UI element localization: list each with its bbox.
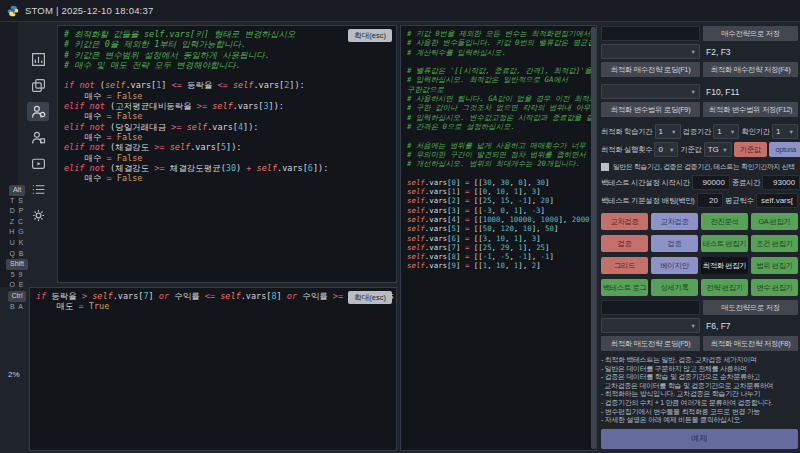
key-hint: T S xyxy=(10,196,24,207)
code-line: self.vars[3] = [[-3, 0, 1], -3] xyxy=(407,206,594,215)
buy-strategy-save-button[interactable]: 최적화 매수전략 저장(F4) xyxy=(703,62,798,77)
editor-zoom-level: 2% xyxy=(8,370,20,379)
save-as-buy-strategy-button[interactable]: 매수전략으로 저장 xyxy=(703,26,798,41)
code-line: self.vars[1] = [[0, 10, 1], 3] xyxy=(407,187,594,196)
buy-strategy-load-button[interactable]: 최적화 매수전략 로딩(F1) xyxy=(601,62,700,77)
code-line: # 입력하십시오. 최적값은 일반적으로 GA에서 xyxy=(407,75,594,84)
sidebar-keys: AltT SD PZ CH GU KQ BShift5 9O ECtrlB A xyxy=(2,185,32,312)
media-icon[interactable] xyxy=(27,154,49,173)
confirm-period-combo[interactable]: 1▼ xyxy=(772,124,798,139)
expand-button-sell[interactable]: 확대(esc) xyxy=(348,291,392,304)
action-button[interactable]: 교차검증 xyxy=(651,213,698,230)
avg-tick-input[interactable] xyxy=(756,193,798,208)
code-line: # 계산틱수를 입력하십시오. xyxy=(407,48,594,57)
backtest-time-label: 백테스트 시간설정 xyxy=(601,178,659,188)
save-as-sell-strategy-button[interactable]: 매도전략으로 저장 xyxy=(703,300,798,315)
chevron-down-icon: ▼ xyxy=(730,129,735,135)
sell-strategy-combo[interactable]: ▼ xyxy=(601,318,700,333)
run-count-combo[interactable]: 0▼ xyxy=(654,142,678,157)
learn-period-label: 최적화 학습기간 xyxy=(601,127,652,137)
code-line: elif not (체결강도 >= 체결강도평균(30) + self.vars… xyxy=(64,163,394,173)
action-button[interactable]: 그리드 xyxy=(601,257,648,274)
validate-period-label: 검증기간 xyxy=(683,127,711,137)
sell-strategy-save-button[interactable]: 최적화 매도전략 저장(F8) xyxy=(703,336,798,351)
key-hint: O E xyxy=(9,280,24,291)
vars-scrollbar[interactable] xyxy=(591,27,596,449)
range-save-button[interactable]: 최적화 변수범위 저장(F12) xyxy=(703,102,798,117)
action-button[interactable]: 검증 xyxy=(651,235,698,252)
code-line: # 간격은 0으로 설정하십시오. xyxy=(407,122,594,131)
chevron-down-icon: ▼ xyxy=(722,147,727,153)
code-line: self.vars[0] = [[30, 30, 0], 30] xyxy=(407,178,594,187)
basis-label: 기준값 xyxy=(680,145,701,155)
chart-icon[interactable] xyxy=(27,50,49,69)
buy-strategy-name-input[interactable] xyxy=(601,26,700,41)
action-button[interactable]: 조건 편집기 xyxy=(751,235,798,252)
range-combo[interactable]: ▼ xyxy=(601,84,700,99)
action-button[interactable]: 검증 xyxy=(601,235,648,252)
bet-input[interactable] xyxy=(697,193,723,208)
key-hint: U K xyxy=(10,238,25,249)
code-line: # 키값 0번을 제외한 모든 변수는 최적화편집기에서 xyxy=(407,29,594,38)
backtest-base-label: 백테스트 기본설정 xyxy=(601,196,659,206)
code-line: elif not (고저평균대비등락율 >= self.vars[3]): xyxy=(64,101,394,111)
action-button[interactable]: 전략 편집기 xyxy=(701,279,748,296)
validate-period-combo[interactable]: 1▼ xyxy=(713,124,739,139)
learn-period-combo[interactable]: 1▼ xyxy=(655,124,681,139)
example-button[interactable]: 예제 xyxy=(601,429,798,449)
code-line: 매수 = False xyxy=(64,132,394,142)
start-time-input[interactable] xyxy=(692,175,730,190)
code-line xyxy=(64,70,394,80)
action-button[interactable]: 최적화 편집기 xyxy=(701,257,748,274)
action-button[interactable]: 변수 편집기 xyxy=(751,279,798,296)
action-button[interactable]: 베이지안 xyxy=(651,257,698,274)
layers-icon[interactable] xyxy=(27,76,49,95)
code-line: 매수 = False xyxy=(64,173,394,183)
code-line: if not (self.vars[1] <= 등락율 <= self.vars… xyxy=(64,80,394,90)
help-line: - 변수편집기에서 변수들을 최적화용 코드로 변경 가능 xyxy=(601,408,798,417)
vars-editor[interactable]: # 키값 0번을 제외한 모든 변수는 최적화편집기에서# 사용한 변수들입니다… xyxy=(400,25,597,451)
code-line: # 키값은 0을 제외한 1부터 입력가능합니다. xyxy=(64,39,394,49)
code-line: self.vars[9] = [[1, 10, 1], 2] xyxy=(407,261,594,270)
end-time-input[interactable] xyxy=(762,175,800,190)
action-button[interactable]: 교차검증 xyxy=(601,213,648,230)
code-line: self.vars[2] = [[25, 15, -1], 20] xyxy=(407,196,594,205)
code-line: # 무의미한 구간이 발견되면 점차 범위를 좁히면서 속도를 xyxy=(407,150,594,159)
basis-value-button[interactable]: 기준값 xyxy=(734,142,767,157)
sell-strategy-editor[interactable]: if 등락율 > self.vars[7] or 수익률 <= self.var… xyxy=(29,287,397,451)
action-button[interactable]: 범위 편집기 xyxy=(751,257,798,274)
action-button[interactable]: 테스트 편집기 xyxy=(701,235,748,252)
sell-strategy-name-input[interactable] xyxy=(601,300,700,315)
buy-strategy-editor[interactable]: # 최적화할 값들을 self.vars[키] 형태로 변경하십시오# 키값은 … xyxy=(57,25,397,283)
optuna-button[interactable]: optuna xyxy=(769,142,800,157)
action-button[interactable]: 백테스트 로그 xyxy=(601,279,648,296)
code-line: 매도 = True xyxy=(36,301,394,311)
action-button[interactable]: 상세기록 xyxy=(651,279,698,296)
scope-checkbox[interactable] xyxy=(601,163,609,171)
action-button[interactable]: GA 편집기 xyxy=(751,213,798,230)
basis-combo[interactable]: TG▼ xyxy=(704,142,732,157)
expand-button-buy[interactable]: 확대(esc) xyxy=(348,29,392,42)
code-line: # 입력하십시오. 변수값고정은 시작값과 종료값을 같게 xyxy=(407,113,594,122)
code-line: # 키값은 변수범위 설정에서 동일하게 사용됩니다. xyxy=(64,50,394,60)
help-line: - 자세한 설명은 아래 예제 버튼을 클릭하십시오. xyxy=(601,416,798,425)
range-load-button[interactable]: 최적화 변수범위 로딩(F9) xyxy=(601,102,700,117)
code-line: 매수 = False xyxy=(64,153,394,163)
buy-strategy-combo[interactable]: ▼ xyxy=(601,44,700,59)
code-line: # 처음에는 범위를 넓게 사용하고 매매횟수가 너무 적거나 xyxy=(407,141,594,150)
sell-editor-icon[interactable] xyxy=(27,128,49,147)
bet-label: 배팅(백만) xyxy=(662,196,695,206)
help-line: - 검증기간의 수치 + 1 만큼 여러개로 분류하여 검증합니다. xyxy=(601,399,798,408)
sell-strategy-load-button[interactable]: 최적화 매도전략 로딩(F5) xyxy=(601,336,700,351)
code-line: self.vars[8] = [[-1, -5, -1], -1] xyxy=(407,252,594,261)
titlebar: STOM | 2025-12-10 18:04:37 xyxy=(0,0,800,22)
code-line: 매수 = False xyxy=(64,111,394,121)
buy-editor-icon[interactable] xyxy=(27,102,49,121)
code-line: elif not (체결강도 >= self.vars[5]): xyxy=(64,142,394,152)
range-hotkeys-label: F10, F11 xyxy=(703,87,739,97)
chevron-down-icon: ▼ xyxy=(671,129,676,135)
action-button[interactable]: 전진분석 xyxy=(701,213,748,230)
help-line: - 최적화 백테스트는 일반, 검증, 교차검증 세가지이며 xyxy=(601,356,798,365)
key-hint: Ctrl xyxy=(8,291,27,302)
chevron-down-icon: ▼ xyxy=(789,129,794,135)
